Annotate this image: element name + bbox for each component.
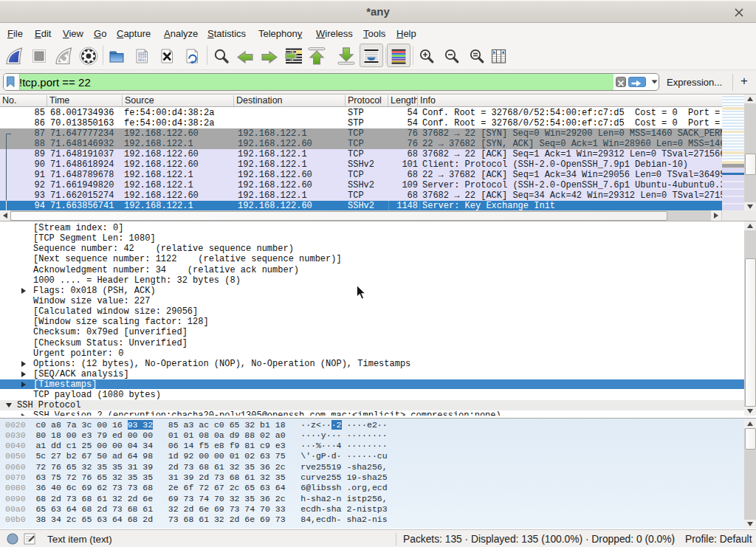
svg-text:0011: 0011: [138, 58, 146, 62]
